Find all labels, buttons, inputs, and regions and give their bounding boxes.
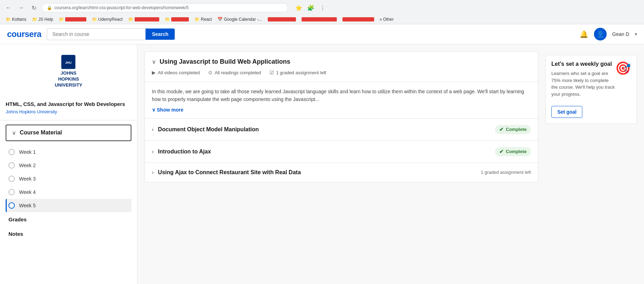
sidebar-item-week5[interactable]: Week 5 (6, 199, 131, 212)
course-material-chevron-icon: ∨ (12, 130, 16, 136)
notifications-icon[interactable]: 🔔 (580, 30, 588, 38)
module-desc-text: In this module, we are going to take all… (152, 88, 531, 103)
section-dom-status: ✔ Complete (495, 125, 531, 134)
bookmark-other-label: » (380, 17, 382, 22)
back-button[interactable]: ← (4, 3, 13, 13)
sidebar-divider (0, 120, 137, 120)
show-more-link[interactable]: ∨ Show more (152, 107, 531, 113)
bookmark-folder-icon-2: 📁 (32, 17, 37, 22)
readings-status: ⊙ All readings completed (208, 70, 261, 75)
course-university: Johns Hopkins University (0, 109, 137, 114)
sidebar: JHU JOHNS HOPKINS UNIVERSITY HTML, CSS, … (0, 44, 137, 284)
videos-status: ▶ All videos completed (152, 70, 200, 75)
menu-icon[interactable]: ⋮ (318, 3, 328, 13)
app-header: coursera Search 🔔 👤 Gean D ▾ (0, 24, 644, 44)
lock-icon: 🔒 (47, 5, 52, 10)
sidebar-item-week3[interactable]: Week 3 (6, 172, 131, 185)
sidebar-item-week2[interactable]: Week 2 (6, 159, 131, 172)
bookmark-react-icon: 📁 (194, 17, 200, 22)
module-title: Using Javascript to Build Web Applicatio… (160, 58, 290, 65)
bookmark-kottans[interactable]: 📁 Kottans (4, 16, 29, 23)
bookmark-jshelp[interactable]: 📁 JS Help (30, 16, 55, 23)
user-avatar[interactable]: 👤 (594, 28, 607, 40)
module-card: ∨ Using Javascript to Build Web Applicat… (144, 51, 538, 182)
url-text: coursera.org/learn/html-css-javascript-f… (54, 5, 188, 10)
right-panel: Let's set a weekly goal Learners who set… (545, 51, 637, 279)
extensions-icon[interactable]: 🧩 (306, 3, 316, 13)
search-container: Search (47, 28, 175, 40)
module-title-row: ∨ Using Javascript to Build Web Applicat… (152, 58, 531, 65)
browser-toolbar: ← → ↻ 🔒 coursera.org/learn/html-css-java… (0, 0, 644, 15)
address-bar[interactable]: 🔒 coursera.org/learn/html-css-javascript… (42, 3, 288, 12)
bookmark-gcal[interactable]: 📅 Google Calendar -... (215, 16, 264, 23)
bookmark-redacted-1[interactable]: 📁 (57, 16, 88, 23)
module-chevron-icon[interactable]: ∨ (152, 58, 156, 65)
set-goal-button[interactable]: Set goal (551, 106, 582, 118)
section-ajax[interactable]: › Introduction to Ajax ✔ Complete (145, 141, 538, 163)
bookmark-redacted-5[interactable] (299, 17, 339, 22)
week-list: Week 1 Week 2 Week 3 Week 4 Week 5 (0, 145, 137, 212)
week4-circle (8, 189, 15, 195)
bookmarks-icon[interactable]: ⭐ (294, 3, 304, 13)
bookmark-redacted-label-4 (268, 17, 296, 21)
bookmark-other-text: Other (383, 17, 394, 22)
user-name-label[interactable]: Gean D (612, 31, 629, 37)
section-ajax-restaurant[interactable]: › Using Ajax to Connect Restaurant Site … (145, 163, 538, 182)
bookmark-redacted-2[interactable]: 📁 (126, 16, 161, 23)
graded-icon: ☑ (270, 70, 274, 75)
complete-check-icon-2: ✔ (499, 149, 504, 155)
bookmarks-bar: 📁 Kottans 📁 JS Help 📁 📁 UdemyReact 📁 📁 📁… (0, 15, 644, 24)
weekly-goal-card: Let's set a weekly goal Learners who set… (545, 55, 637, 124)
bookmark-redacted-label-1 (65, 17, 86, 21)
sidebar-item-grades[interactable]: Grades (0, 212, 137, 227)
graded-status-text: 1 graded assignment left (276, 70, 326, 75)
week1-label: Week 1 (19, 149, 36, 155)
show-more-label: Show more (157, 107, 183, 113)
section-dom-status-text: Complete (506, 127, 527, 132)
svg-text:JHU: JHU (65, 61, 72, 64)
readings-status-text: All readings completed (215, 70, 261, 75)
sidebar-item-notes[interactable]: Notes (0, 227, 137, 241)
bookmark-redacted-4[interactable] (266, 17, 298, 22)
bookmark-folder-icon: 📁 (6, 17, 11, 22)
jhu-crest-svg: JHU (63, 57, 74, 67)
course-material-section[interactable]: ∨ Course Material (6, 125, 131, 141)
avatar-icon: 👤 (596, 30, 604, 38)
week5-circle (8, 202, 15, 209)
bookmark-react[interactable]: 📁 React (192, 16, 214, 23)
section-ajax-restaurant-title: Using Ajax to Connect Restaurant Site wi… (158, 169, 301, 176)
weekly-goal-title: Let's set a weekly goal (551, 61, 615, 67)
course-material-label: Course Material (20, 130, 62, 136)
bookmark-other[interactable]: » Other (378, 16, 396, 23)
bookmark-folder-icon-4: 📁 (92, 17, 97, 22)
search-input[interactable] (47, 28, 145, 40)
course-title: HTML, CSS, and Javascript for Web Develo… (0, 100, 137, 108)
bookmark-kottans-label: Kottans (12, 17, 26, 22)
bookmark-redacted-3[interactable]: 📁 (163, 16, 191, 23)
browser-actions: ⭐ 🧩 ⋮ (294, 3, 328, 13)
module-header: ∨ Using Javascript to Build Web Applicat… (145, 52, 538, 82)
bookmark-jshelp-label: JS Help (38, 17, 53, 22)
search-button[interactable]: Search (145, 29, 175, 40)
complete-check-icon-1: ✔ (499, 126, 504, 133)
forward-button[interactable]: → (16, 3, 26, 13)
bookmark-udemy[interactable]: 📁 UdemyReact (90, 16, 125, 23)
weekly-goal-text-area: Let's set a weekly goal Learners who set… (551, 61, 615, 102)
sidebar-item-week1[interactable]: Week 1 (6, 145, 131, 159)
bookmark-redacted-6[interactable] (340, 17, 376, 22)
main-layout: JHU JOHNS HOPKINS UNIVERSITY HTML, CSS, … (0, 44, 644, 284)
bookmark-redacted-label-2 (135, 17, 159, 21)
coursera-logo: coursera (7, 29, 41, 39)
section-ajax-title: Introduction to Ajax (158, 149, 211, 155)
reload-button[interactable]: ↻ (29, 3, 39, 13)
jhu-crest: JHU (61, 55, 75, 69)
module-description: In this module, we are going to take all… (145, 82, 538, 119)
section-ajax-restaurant-chevron: › (152, 169, 154, 176)
bookmark-gcal-label: Google Calendar -... (224, 17, 262, 22)
user-dropdown-icon[interactable]: ▾ (635, 32, 637, 37)
section-dom[interactable]: › Document Object Model Manipulation ✔ C… (145, 119, 538, 141)
video-icon: ▶ (152, 70, 156, 75)
weekly-goal-desc: Learners who set a goal are 75% more lik… (551, 70, 615, 97)
sidebar-item-week4[interactable]: Week 4 (6, 185, 131, 199)
section-ajax-left: › Introduction to Ajax (152, 149, 211, 155)
